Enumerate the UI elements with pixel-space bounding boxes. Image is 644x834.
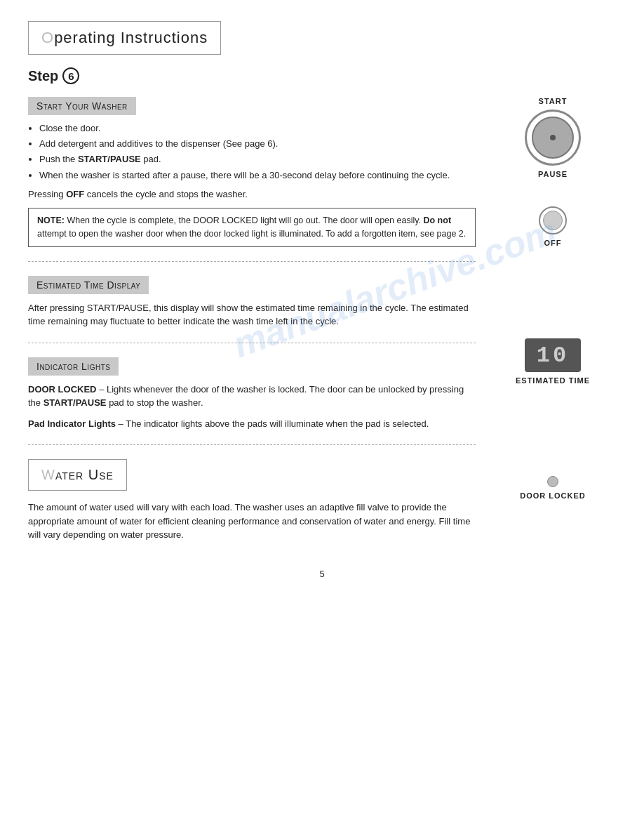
door-locked-label: DOOR LOCKED [28, 384, 97, 395]
estimated-section-header: Estimated Time Display [28, 276, 149, 294]
header-title-rest: perating Instructions [54, 29, 208, 46]
water-heading-rest: ater Use [55, 467, 114, 482]
main-content: Start Your Washer Close the door. Add de… [28, 97, 616, 548]
water-text: The amount of water used will vary with … [28, 501, 476, 542]
water-use-heading: Water Use [41, 467, 114, 483]
water-drop-letter: W [41, 467, 55, 482]
page-title: Operating Instructions [41, 29, 208, 47]
time-display: 10 [525, 338, 581, 372]
step-word: Step [28, 68, 58, 84]
bullet-3: Push the START/PAUSE pad. [39, 153, 476, 166]
estimated-display-section: 10 ESTIMATED TIME [516, 331, 590, 385]
indicator-section: Indicator Lights DOOR LOCKED – Lights wh… [28, 357, 476, 431]
bullet-4: When the washer is started after a pause… [39, 169, 476, 182]
note-box: NOTE: When the cycle is complete, the DO… [28, 208, 476, 247]
door-locked-indicator-label: DOOR LOCKED [520, 491, 586, 500]
door-locked-light [547, 476, 558, 487]
estimated-time-label: ESTIMATED TIME [516, 376, 590, 385]
drop-letter: O [41, 29, 54, 46]
off-section: OFF [539, 199, 567, 247]
start-button-inner [532, 117, 574, 159]
pause-label: PAUSE [538, 170, 568, 178]
indicator-section-header: Indicator Lights [28, 357, 119, 376]
door-locked-end: pad to stop the washer. [109, 397, 203, 408]
header-box: Operating Instructions [28, 21, 221, 55]
estimated-text: After pressing START/PAUSE, this display… [28, 301, 476, 329]
pad-indicator-text: Pad Indicator Lights – The indicator lig… [28, 417, 476, 431]
off-label: OFF [544, 239, 562, 247]
right-column: START PAUSE OFF 10 [490, 97, 616, 548]
page-number: 5 [28, 569, 616, 579]
door-locked-section: DOOR LOCKED [520, 469, 586, 500]
pad-indicator-body: – The indicator lights above the pads wi… [119, 418, 429, 429]
start-label: START [539, 97, 568, 105]
pad-indicator-label: Pad Indicator Lights [28, 418, 116, 429]
start-pause-button[interactable] [525, 110, 581, 166]
off-button[interactable] [539, 206, 567, 234]
bullet-2: Add detergent and additives to the dispe… [39, 138, 476, 150]
start-section: Start Your Washer Close the door. Add de… [28, 97, 476, 247]
divider-3 [28, 444, 476, 445]
start-button-dot [550, 135, 556, 140]
divider-2 [28, 343, 476, 343]
note-text: When the cycle is complete, the DOOR LOC… [37, 216, 466, 239]
step-number: 6 [62, 67, 79, 84]
pressing-off-text: Pressing OFF cancels the cycle and stops… [28, 187, 476, 201]
start-pause-bold: START/PAUSE [43, 397, 107, 408]
water-use-box: Water Use [28, 459, 127, 491]
step-label: Step 6 [28, 67, 616, 84]
off-button-inner [543, 211, 563, 230]
water-section: Water Use The amount of water used will … [28, 459, 476, 542]
bullet-1: Close the door. [39, 122, 476, 135]
left-column: Start Your Washer Close the door. Add de… [28, 97, 490, 548]
start-pause-section: START PAUSE [525, 97, 581, 178]
estimated-section: Estimated Time Display After pressing ST… [28, 276, 476, 329]
start-bullets: Close the door. Add detergent and additi… [39, 122, 476, 182]
door-locked-text: DOOR LOCKED – Lights whenever the door o… [28, 383, 476, 410]
start-section-header: Start Your Washer [28, 97, 136, 115]
time-digits: 10 [537, 343, 569, 369]
divider-1 [28, 261, 476, 262]
note-label: NOTE: [37, 216, 65, 225]
